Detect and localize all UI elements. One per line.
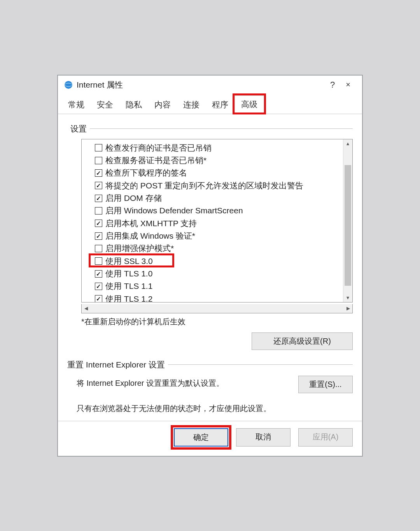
scroll-down-icon[interactable]: ▼ xyxy=(343,294,352,302)
scroll-up-icon[interactable]: ▲ xyxy=(343,139,352,148)
tab-程序[interactable]: 程序 xyxy=(206,96,234,114)
setting-item[interactable]: 启用集成 Windows 验证* xyxy=(82,230,343,242)
setting-label: 启用 Windows Defender SmartScreen xyxy=(105,205,243,216)
checkbox[interactable] xyxy=(95,232,102,240)
tab-row: 常规安全隐私内容连接程序高级 xyxy=(58,95,362,114)
tab-隐私[interactable]: 隐私 xyxy=(119,96,148,114)
setting-label: 使用 TLS 1.0 xyxy=(105,268,152,279)
dialog-button-bar: 确定 取消 应用(A) xyxy=(58,421,362,456)
titlebar: Internet 属性 ? × xyxy=(58,76,362,93)
checkbox[interactable] xyxy=(95,270,102,278)
internet-options-icon xyxy=(63,80,74,90)
reset-section-label-text: 重置 Internet Explorer 设置 xyxy=(67,359,165,370)
reset-hint: 只有在浏览器处于无法使用的状态时，才应使用此设置。 xyxy=(77,403,353,414)
setting-item[interactable]: 检查所下载程序的签名 xyxy=(82,167,343,179)
setting-item[interactable]: 使用 TLS 1.2 xyxy=(82,293,343,302)
settings-listbox[interactable]: 检查发行商的证书是否已吊销检查服务器证书是否已吊销*检查所下载程序的签名将提交的… xyxy=(81,139,353,302)
tab-高级[interactable]: 高级 xyxy=(234,95,264,114)
reset-section-label: 重置 Internet Explorer 设置 xyxy=(67,359,353,370)
setting-label: 使用 TLS 1.1 xyxy=(105,281,152,292)
setting-item[interactable]: 使用 SSL 3.0 xyxy=(82,255,343,267)
checkbox[interactable] xyxy=(95,182,102,189)
tab-内容[interactable]: 内容 xyxy=(148,96,177,114)
setting-item[interactable]: 将提交的 POST 重定向到不允许发送的区域时发出警告 xyxy=(82,179,343,192)
setting-item[interactable]: 使用 TLS 1.0 xyxy=(82,267,343,280)
close-button[interactable]: × xyxy=(340,80,356,89)
cancel-button[interactable]: 取消 xyxy=(236,428,290,447)
advanced-tab-content: 设置 检查发行商的证书是否已吊销检查服务器证书是否已吊销*检查所下载程序的签名将… xyxy=(58,114,362,421)
setting-label: 使用 TLS 1.2 xyxy=(105,294,152,302)
scroll-left-icon[interactable]: ◀ xyxy=(82,304,90,313)
checkbox[interactable] xyxy=(95,195,102,202)
setting-label: 启用本机 XMLHTTP 支持 xyxy=(105,218,197,229)
svg-point-0 xyxy=(65,81,72,89)
tab-连接[interactable]: 连接 xyxy=(177,96,206,114)
horizontal-scrollbar[interactable]: ◀ ▶ xyxy=(81,304,353,313)
setting-item[interactable]: 使用 TLS 1.1 xyxy=(82,280,343,292)
internet-properties-dialog: Internet 属性 ? × 常规安全隐私内容连接程序高级 设置 检查发行商的… xyxy=(57,75,363,457)
restart-note: *在重新启动你的计算机后生效 xyxy=(81,315,353,327)
setting-label: 检查服务器证书是否已吊销* xyxy=(105,155,206,166)
checkbox[interactable] xyxy=(95,245,102,252)
apply-button: 应用(A) xyxy=(298,428,353,447)
highlight-tab-advanced xyxy=(233,93,266,114)
setting-item[interactable]: 检查发行商的证书是否已吊销 xyxy=(82,142,343,154)
checkbox[interactable] xyxy=(95,220,102,227)
setting-label: 启用 DOM 存储 xyxy=(105,193,162,204)
checkbox[interactable] xyxy=(95,295,102,302)
setting-item[interactable]: 启用本机 XMLHTTP 支持 xyxy=(82,217,343,230)
scroll-right-icon[interactable]: ▶ xyxy=(344,304,352,313)
setting-label: 检查发行商的证书是否已吊销 xyxy=(105,142,212,153)
setting-label: 将提交的 POST 重定向到不允许发送的区域时发出警告 xyxy=(105,180,303,191)
settings-label-text: 设置 xyxy=(70,123,87,134)
setting-item[interactable]: 检查服务器证书是否已吊销* xyxy=(82,154,343,167)
setting-label: 启用增强保护模式* xyxy=(105,243,174,254)
setting-item[interactable]: 启用增强保护模式* xyxy=(82,242,343,255)
checkbox[interactable] xyxy=(95,144,102,151)
ok-button[interactable]: 确定 xyxy=(174,428,228,447)
setting-label: 启用集成 Windows 验证* xyxy=(105,230,195,241)
checkbox[interactable] xyxy=(95,283,102,290)
vertical-scrollbar[interactable]: ▲ ▼ xyxy=(343,139,352,302)
checkbox[interactable] xyxy=(95,169,102,177)
checkbox[interactable] xyxy=(95,257,102,265)
window-title: Internet 属性 xyxy=(77,79,123,90)
settings-group-label: 设置 xyxy=(70,123,353,134)
setting-label: 检查所下载程序的签名 xyxy=(105,167,187,178)
checkbox[interactable] xyxy=(95,207,102,215)
reset-description: 将 Internet Explorer 设置重置为默认设置。 xyxy=(77,376,289,389)
setting-item[interactable]: 启用 Windows Defender SmartScreen xyxy=(82,204,343,217)
setting-item[interactable]: 启用 DOM 存储 xyxy=(82,192,343,204)
restore-advanced-settings-button[interactable]: 还原高级设置(R) xyxy=(252,332,353,350)
tab-安全[interactable]: 安全 xyxy=(91,96,119,114)
tab-常规[interactable]: 常规 xyxy=(62,96,91,114)
help-button[interactable]: ? xyxy=(325,80,340,90)
reset-button[interactable]: 重置(S)... xyxy=(298,376,353,393)
setting-label: 使用 SSL 3.0 xyxy=(105,256,153,267)
scroll-thumb[interactable] xyxy=(345,165,351,286)
checkbox[interactable] xyxy=(95,157,102,164)
